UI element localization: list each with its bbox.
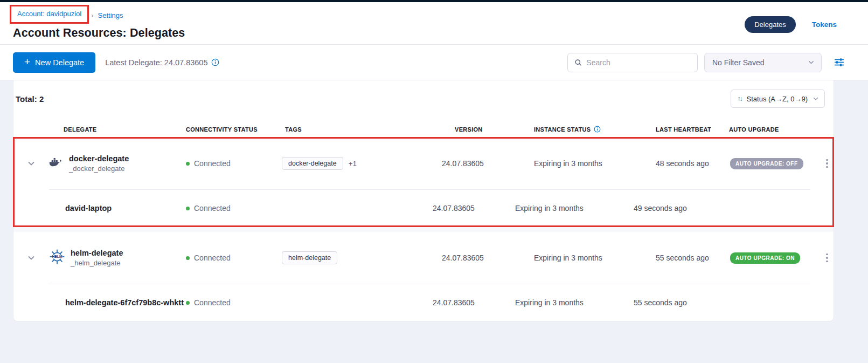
connectivity-cell: Connected bbox=[186, 254, 282, 262]
tag-chip: docker-delegate bbox=[282, 157, 343, 170]
connected-status-dot bbox=[186, 162, 190, 166]
instance-row: david-laptop Connected 24.07.83605 Expir… bbox=[13, 190, 834, 227]
tags-overflow-count[interactable]: +1 bbox=[349, 160, 357, 168]
chevron-down-icon bbox=[808, 59, 815, 66]
connectivity-cell: Connected bbox=[186, 204, 282, 213]
expand-chevron-icon[interactable] bbox=[13, 254, 49, 262]
col-auto-upgrade: AUTO UPGRADE bbox=[729, 126, 820, 133]
content-area: Total: 2 ↑↓ Status (A→Z, 0→9) DELEGATE C… bbox=[0, 80, 868, 321]
total-count: Total: 2 bbox=[16, 94, 44, 104]
search-box bbox=[567, 53, 698, 72]
col-tags: TAGS bbox=[282, 126, 440, 133]
resource-tabs: Delegates Tokens bbox=[745, 16, 837, 33]
auto-upgrade-badge: AUTO UPGRADE: OFF bbox=[730, 158, 803, 169]
connectivity-label: Connected bbox=[194, 204, 231, 213]
tags-cell: helm-delegate bbox=[282, 251, 440, 264]
delegate-id: _docker_delegate bbox=[69, 165, 129, 173]
latest-delegate-label: Latest Delegate: 24.07.83605 bbox=[105, 58, 219, 67]
breadcrumb-settings-link[interactable]: Settings bbox=[98, 11, 123, 19]
list-summary-bar: Total: 2 ↑↓ Status (A→Z, 0→9) bbox=[13, 80, 834, 114]
docker-icon bbox=[49, 157, 64, 170]
saved-filter-dropdown[interactable]: No Filter Saved bbox=[704, 53, 822, 72]
delegate-row[interactable]: docker-delegate _docker_delegate Connect… bbox=[13, 138, 834, 189]
instance-name: helm-delegate-6f7cf79b8c-whktt bbox=[65, 298, 184, 307]
col-instance-status: INSTANCE STATUS bbox=[531, 126, 656, 133]
info-icon[interactable] bbox=[211, 58, 219, 66]
plus-icon: + bbox=[24, 57, 30, 67]
breadcrumb-account-link[interactable]: Account: davidpuziol bbox=[17, 10, 81, 18]
col-connectivity-status: CONNECTIVITY STATUS bbox=[186, 126, 282, 133]
toolbar-left: + New Delegate Latest Delegate: 24.07.83… bbox=[13, 52, 219, 73]
instance-status-value: Expiring in 3 months bbox=[512, 204, 634, 213]
svg-text:HELM: HELM bbox=[52, 255, 63, 258]
instance-name: david-laptop bbox=[65, 204, 112, 213]
delegate-name-cell: HELM helm-delegate _helm_delegate bbox=[49, 249, 186, 267]
page-header: Account: davidpuziol › Settings Account … bbox=[0, 2, 868, 45]
last-heartbeat-value: 48 seconds ago bbox=[656, 159, 729, 168]
delegate-name: docker-delegate bbox=[69, 154, 129, 163]
toolbar-right: No Filter Saved bbox=[567, 53, 845, 72]
connectivity-cell: Connected bbox=[186, 298, 282, 307]
last-heartbeat-value: 55 seconds ago bbox=[634, 298, 716, 307]
connected-status-dot bbox=[186, 256, 190, 260]
row-menu-icon[interactable] bbox=[820, 254, 835, 263]
instance-status-value: Expiring in 3 months bbox=[531, 159, 656, 168]
group-gap bbox=[13, 227, 834, 232]
header-left: Account: davidpuziol › Settings Account … bbox=[13, 8, 185, 40]
delegate-name-cell: docker-delegate _docker_delegate bbox=[49, 154, 186, 173]
tags-cell: docker-delegate +1 bbox=[282, 157, 440, 170]
instance-name-cell: david-laptop bbox=[49, 204, 186, 213]
connected-status-dot bbox=[186, 301, 190, 305]
delegate-row[interactable]: HELM helm-delegate _helm_delegate Connec… bbox=[13, 232, 834, 284]
tab-tokens[interactable]: Tokens bbox=[812, 20, 837, 29]
connectivity-label: Connected bbox=[194, 298, 231, 307]
version-value: 24.07.83605 bbox=[440, 159, 531, 168]
breadcrumb-annotation-box: Account: davidpuziol bbox=[11, 6, 88, 23]
delegate-name: helm-delegate bbox=[71, 249, 123, 257]
instance-status-value: Expiring in 3 months bbox=[512, 298, 634, 307]
info-icon[interactable] bbox=[594, 126, 601, 133]
tag-chip: helm-delegate bbox=[282, 251, 337, 264]
instance-status-value: Expiring in 3 months bbox=[531, 254, 656, 262]
new-delegate-label: New Delegate bbox=[35, 58, 84, 67]
connectivity-label: Connected bbox=[194, 254, 231, 262]
sort-value: Status (A→Z, 0→9) bbox=[747, 95, 808, 103]
saved-filter-value: No Filter Saved bbox=[712, 58, 764, 67]
last-heartbeat-value: 49 seconds ago bbox=[634, 204, 716, 213]
version-value: 24.07.83605 bbox=[440, 254, 531, 262]
delegate-group-helm: HELM helm-delegate _helm_delegate Connec… bbox=[13, 232, 834, 321]
delegate-group-docker: docker-delegate _docker_delegate Connect… bbox=[13, 138, 834, 227]
col-version: VERSION bbox=[440, 126, 531, 133]
instance-name-cell: helm-delegate-6f7cf79b8c-whktt bbox=[49, 298, 186, 307]
last-heartbeat-value: 55 seconds ago bbox=[656, 254, 729, 262]
col-last-heartbeat: LAST HEARTBEAT bbox=[656, 126, 729, 133]
sort-arrows-icon: ↑↓ bbox=[738, 95, 742, 102]
page-title: Account Resources: Delegates bbox=[13, 26, 185, 40]
toolbar: + New Delegate Latest Delegate: 24.07.83… bbox=[0, 45, 868, 80]
connected-status-dot bbox=[186, 207, 190, 210]
version-value: 24.07.83605 bbox=[430, 298, 512, 307]
instance-row: helm-delegate-6f7cf79b8c-whktt Connected… bbox=[13, 284, 834, 321]
search-icon bbox=[574, 58, 582, 67]
row-menu-icon[interactable] bbox=[820, 159, 835, 168]
expand-chevron-icon[interactable] bbox=[13, 159, 49, 168]
sort-dropdown[interactable]: ↑↓ Status (A→Z, 0→9) bbox=[731, 90, 825, 108]
helm-icon: HELM bbox=[49, 249, 65, 267]
filter-sliders-icon[interactable] bbox=[834, 57, 845, 68]
instance-status-label: INSTANCE STATUS bbox=[534, 126, 591, 133]
tab-delegates[interactable]: Delegates bbox=[745, 16, 796, 33]
version-value: 24.07.83605 bbox=[430, 204, 512, 213]
auto-upgrade-badge: AUTO UPGRADE: ON bbox=[730, 252, 800, 264]
delegate-id: _helm_delegate bbox=[71, 259, 123, 267]
new-delegate-button[interactable]: + New Delegate bbox=[13, 52, 95, 73]
col-delegate: DELEGATE bbox=[49, 126, 186, 133]
latest-delegate-text: Latest Delegate: 24.07.83605 bbox=[105, 58, 207, 67]
chevron-down-icon bbox=[813, 95, 819, 102]
breadcrumb-separator: › bbox=[91, 11, 93, 19]
delegates-card: Total: 2 ↑↓ Status (A→Z, 0→9) DELEGATE C… bbox=[13, 80, 834, 321]
table-header: DELEGATE CONNECTIVITY STATUS TAGS VERSIO… bbox=[13, 114, 834, 138]
breadcrumb: Account: davidpuziol › Settings bbox=[11, 8, 185, 23]
connectivity-label: Connected bbox=[194, 159, 231, 168]
connectivity-cell: Connected bbox=[186, 159, 282, 168]
search-input[interactable] bbox=[586, 58, 691, 67]
